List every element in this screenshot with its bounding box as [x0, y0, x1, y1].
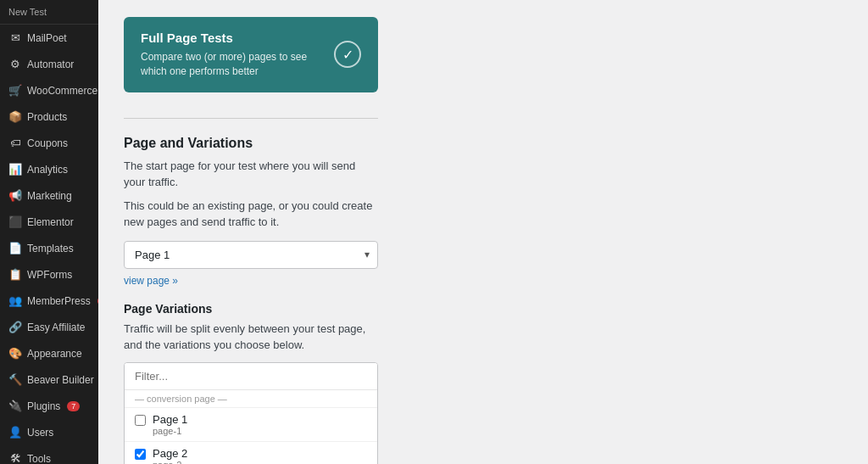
automator-icon: ⚙ — [8, 58, 22, 70]
fpt-card-description: Compare two (or more) pages to see which… — [141, 50, 324, 79]
page-dropdown-wrapper: Page 1 Page 2 AB Split Test Login ▾ — [124, 241, 378, 269]
page1-slug: page-1 — [153, 426, 187, 436]
sidebar-item-tools[interactable]: 🛠 Tools — [0, 445, 98, 464]
list-item: Page 1 page-1 — [125, 408, 377, 442]
fpt-card-text: Full Page Tests Compare two (or more) pa… — [141, 31, 324, 79]
sidebar-header: New Test — [0, 0, 98, 25]
filter-box: — conversion page — Page 1 page-1 Page 2… — [124, 362, 378, 464]
memberpress-badge: 1 — [97, 296, 98, 306]
sidebar-item-templates[interactable]: 📄 Templates — [0, 235, 98, 261]
page-and-variations-section: Page and Variations The start page for y… — [124, 118, 378, 287]
full-page-tests-card: Full Page Tests Compare two (or more) pa… — [124, 17, 378, 92]
sidebar-item-label: Automator — [27, 59, 74, 70]
page1-checkbox[interactable] — [135, 415, 146, 426]
sidebar-item-users[interactable]: 👤 Users — [0, 419, 98, 445]
mailpoet-icon: ✉ — [8, 31, 22, 44]
plugins-icon: 🔌 — [8, 400, 22, 412]
sidebar-item-label: Users — [27, 427, 53, 439]
sidebar-item-elementor[interactable]: ⬛ Elementor — [0, 209, 98, 235]
elementor-icon: ⬛ — [8, 215, 22, 228]
sidebar-item-label: Easy Affiliate — [27, 321, 85, 333]
section-title: Page and Variations — [124, 136, 378, 151]
sidebar-item-label: Beaver Builder — [27, 374, 94, 386]
sidebar-item-label: Products — [27, 111, 67, 123]
appearance-icon: 🎨 — [8, 347, 22, 360]
sidebar-item-wpforms[interactable]: 📋 WPForms — [0, 261, 98, 288]
page-dropdown[interactable]: Page 1 Page 2 AB Split Test Login — [124, 241, 378, 269]
sidebar-item-products[interactable]: 📦 Products — [0, 103, 98, 130]
filter-input[interactable] — [125, 363, 377, 390]
sidebar-item-easy-affiliate[interactable]: 🔗 Easy Affiliate — [0, 314, 98, 340]
page1-name: Page 1 — [153, 413, 187, 426]
sidebar-item-label: WPForms — [27, 269, 72, 281]
sidebar-item-memberpress[interactable]: 👥 MemberPress 1 — [0, 288, 98, 314]
page2-slug: page-2 — [153, 460, 187, 464]
fpt-check-icon: ✓ — [334, 41, 361, 68]
sidebar-item-analytics[interactable]: 📊 Analytics — [0, 156, 98, 182]
sidebar-item-woocommerce[interactable]: 🛒 WooCommerce — [0, 77, 98, 103]
main-content: Full Page Tests Compare two (or more) pa… — [98, 0, 868, 464]
sidebar-item-label: Marketing — [27, 190, 72, 202]
sidebar-item-appearance[interactable]: 🎨 Appearance — [0, 340, 98, 366]
checkmark-icon: ✓ — [342, 47, 353, 63]
sidebar-item-marketing[interactable]: 📢 Marketing — [0, 182, 98, 209]
memberpress-icon: 👥 — [8, 294, 22, 307]
sidebar-item-beaver-builder[interactable]: 🔨 Beaver Builder — [0, 366, 98, 393]
page2-name: Page 2 — [153, 447, 187, 460]
page-variations-subsection: Page Variations Traffic will be split ev… — [124, 302, 378, 464]
fpt-card-title: Full Page Tests — [141, 31, 324, 45]
sidebar-item-coupons[interactable]: 🏷 Coupons — [0, 130, 98, 156]
scroll-hint: — conversion page — — [125, 390, 377, 408]
sidebar-item-label: MemberPress — [27, 295, 91, 307]
products-icon: 📦 — [8, 110, 22, 123]
sidebar-item-label: Appearance — [27, 348, 82, 360]
list-item: Page 2 page-2 — [125, 442, 377, 464]
marketing-icon: 📢 — [8, 189, 22, 202]
sidebar-item-label: Tools — [27, 453, 51, 465]
section-desc1: The start page for your test where you w… — [124, 158, 378, 191]
plugins-badge: 7 — [67, 401, 80, 411]
sidebar-item-plugins[interactable]: 🔌 Plugins 7 — [0, 393, 98, 419]
variations-desc: Traffic will be split evenly between you… — [124, 321, 378, 354]
templates-icon: 📄 — [8, 242, 22, 254]
sidebar: New Test ✉ MailPoet ⚙ Automator 🛒 WooCom… — [0, 0, 98, 464]
sidebar-item-label: Plugins — [27, 400, 60, 412]
page1-label: Page 1 page-1 — [153, 413, 187, 436]
easy-affiliate-icon: 🔗 — [8, 321, 22, 333]
sidebar-item-label: WooCommerce — [27, 85, 97, 97]
sidebar-item-automator[interactable]: ⚙ Automator — [0, 51, 98, 77]
coupons-icon: 🏷 — [8, 137, 22, 149]
analytics-icon: 📊 — [8, 163, 22, 176]
page2-checkbox[interactable] — [135, 449, 146, 460]
sidebar-item-mailpoet[interactable]: ✉ MailPoet — [0, 25, 98, 51]
sidebar-item-label: MailPoet — [27, 32, 67, 44]
sidebar-item-label: Elementor — [27, 216, 74, 228]
sidebar-item-label: Analytics — [27, 164, 68, 176]
woocommerce-icon: 🛒 — [8, 84, 22, 97]
variations-title: Page Variations — [124, 302, 378, 316]
beaver-builder-icon: 🔨 — [8, 373, 22, 386]
page2-label: Page 2 page-2 — [153, 447, 187, 464]
section-desc2: This could be an existing page, or you c… — [124, 198, 378, 231]
wpforms-icon: 📋 — [8, 268, 22, 281]
tools-icon: 🛠 — [8, 452, 22, 464]
section-divider — [124, 118, 378, 119]
view-page-link[interactable]: view page » — [124, 275, 178, 287]
users-icon: 👤 — [8, 426, 22, 439]
sidebar-item-label: Coupons — [27, 137, 68, 149]
sidebar-item-label: Templates — [27, 243, 74, 254]
